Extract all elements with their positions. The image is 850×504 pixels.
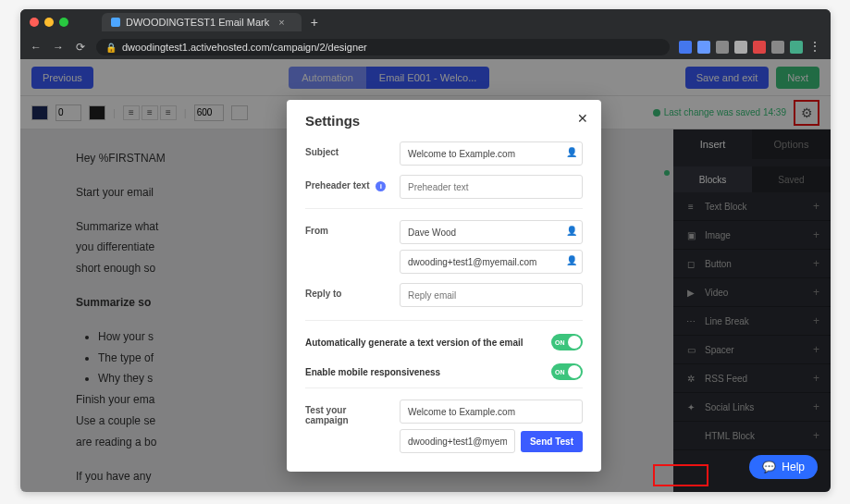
help-icon: 💬 [762, 461, 776, 473]
favicon-icon [111, 18, 120, 27]
forward-icon[interactable]: → [52, 41, 65, 54]
browser-tab[interactable]: DWOODINGTEST1 Email Mark × [102, 13, 302, 31]
lock-icon: 🔒 [105, 43, 117, 53]
info-icon[interactable]: i [376, 181, 386, 191]
ext-icon[interactable] [753, 41, 766, 54]
address-bar: ← → ⟳ 🔒 dwoodingtest1.activehosted.com/c… [20, 35, 831, 59]
modal-title: Settings [305, 113, 583, 129]
ext-icon[interactable] [697, 41, 710, 54]
from-label: From [305, 220, 390, 236]
minimize-window-icon[interactable] [44, 18, 54, 27]
ext-icon[interactable] [679, 41, 692, 54]
tab-title: DWOODINGTEST1 Email Mark [126, 17, 269, 28]
ext-icon[interactable] [790, 41, 803, 54]
from-email-input[interactable] [400, 250, 583, 274]
subject-label: Subject [305, 141, 390, 157]
back-icon[interactable]: ← [30, 41, 43, 54]
menu-icon[interactable]: ⋮ [808, 41, 821, 54]
send-test-button[interactable]: Send Test [521, 431, 583, 452]
extension-icons: ⋮ [679, 41, 821, 54]
responsive-toggle[interactable]: ON [551, 363, 583, 380]
personalize-icon[interactable]: 👤 [566, 147, 577, 157]
preheader-input[interactable] [400, 175, 583, 199]
url-field[interactable]: 🔒 dwoodingtest1.activehosted.com/campaig… [96, 39, 670, 55]
maximize-window-icon[interactable] [59, 18, 68, 27]
ext-icon[interactable] [771, 41, 784, 54]
close-modal-button[interactable]: ✕ [577, 111, 588, 126]
settings-modal: Settings ✕ Subject 👤 Preheader text i Fr… [287, 100, 601, 472]
close-tab-icon[interactable]: × [278, 17, 284, 28]
personalize-icon[interactable]: 👤 [566, 226, 577, 236]
titlebar: DWOODINGTEST1 Email Mark × + [20, 9, 831, 35]
test-email-input[interactable] [400, 429, 515, 453]
personalize-icon[interactable]: 👤 [566, 255, 577, 265]
reply-to-label: Reply to [305, 283, 390, 299]
from-name-input[interactable] [400, 220, 583, 244]
subject-input[interactable] [400, 141, 583, 166]
ext-icon[interactable] [716, 41, 729, 54]
browser-window: DWOODINGTEST1 Email Mark × + ← → ⟳ 🔒 dwo… [20, 9, 831, 492]
new-tab-button[interactable]: + [311, 15, 318, 30]
preheader-label: Preheader text i [305, 175, 390, 191]
auto-text-label: Automatically generate a text version of… [305, 338, 524, 348]
test-subject-input[interactable] [400, 400, 583, 424]
auto-text-toggle[interactable]: ON [551, 334, 583, 350]
close-window-icon[interactable] [30, 18, 39, 27]
ext-icon[interactable] [734, 41, 747, 54]
url-text: dwoodingtest1.activehosted.com/campaign/… [122, 42, 367, 53]
help-button[interactable]: 💬 Help [749, 455, 818, 479]
reply-to-input[interactable] [400, 283, 583, 307]
responsive-label: Enable mobile responsiveness [305, 367, 440, 377]
test-campaign-label: Test your campaign [305, 400, 390, 425]
reload-icon[interactable]: ⟳ [74, 41, 87, 54]
